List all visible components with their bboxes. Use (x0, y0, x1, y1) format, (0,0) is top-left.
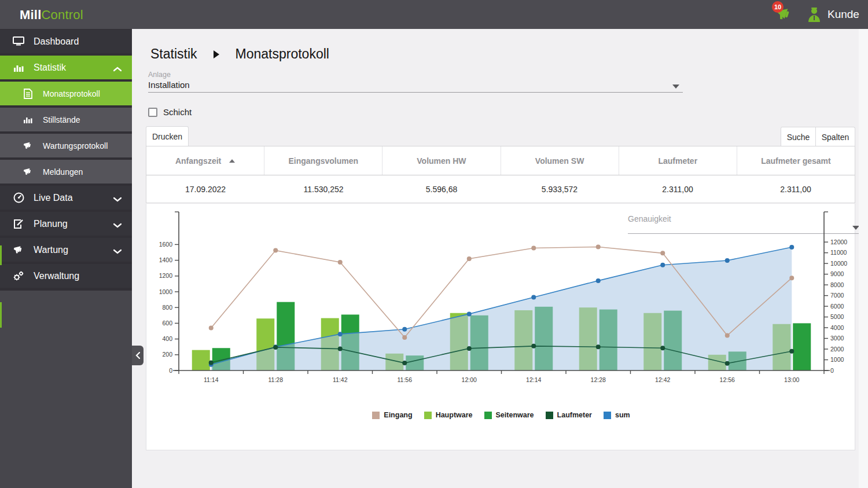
sidebar-item-label: Wartung (34, 245, 68, 255)
anlage-select[interactable]: Anlage Installation (148, 71, 683, 93)
legend-item-laufmeter[interactable]: Laufmeter (546, 411, 592, 419)
cell-laufmeter: 2.311,00 (619, 175, 737, 203)
legend-label: Hauptware (436, 411, 473, 419)
cell-laufmeter-gesamt: 2.311,00 (737, 175, 855, 203)
sidebar-item-monatsprotokoll[interactable]: Monatsprotokoll (0, 82, 132, 105)
column-label: Volumen SW (535, 156, 584, 166)
user-menu[interactable]: Kunde (807, 6, 859, 23)
svg-text:1000: 1000 (159, 288, 173, 295)
spalten-button[interactable]: Spalten (815, 127, 855, 146)
sidebar-item-wartung[interactable]: Wartung (0, 238, 132, 262)
chart-card: Genauigkeit 0200400600800100012001400160… (146, 204, 855, 450)
page-scrollbar[interactable] (859, 29, 868, 488)
main-content: Statistik Monatsprotokoll Anlage Install… (132, 29, 868, 488)
sidebar-item-statistik[interactable]: Statistik (0, 56, 132, 79)
sidebar-item-dashboard[interactable]: Dashboard (0, 30, 132, 53)
chart-legend: EingangHauptwareSeitenwareLaufmetersum (146, 411, 856, 419)
horn-icon (22, 167, 34, 176)
svg-text:600: 600 (162, 320, 172, 326)
drucken-button[interactable]: Drucken (146, 126, 189, 146)
gauge-icon (13, 192, 24, 203)
logo-light: Control (41, 8, 83, 22)
legend-item-hauptware[interactable]: Hauptware (424, 411, 473, 419)
legend-swatch (546, 412, 553, 419)
legend-label: Laufmeter (557, 411, 592, 419)
user-name: Kunde (827, 8, 859, 21)
svg-text:11000: 11000 (830, 249, 847, 256)
sidebar-item-label: Live Data (34, 193, 73, 203)
svg-text:12:14: 12:14 (526, 376, 541, 383)
spalten-label: Spalten (822, 133, 849, 142)
cell-anfangszeit: 17.09.2022 (146, 175, 264, 203)
svg-text:1000: 1000 (830, 356, 844, 363)
svg-text:8000: 8000 (830, 281, 844, 288)
chevron-down-icon (113, 194, 122, 204)
svg-text:12:56: 12:56 (720, 376, 735, 383)
legend-item-sum[interactable]: sum (604, 411, 630, 419)
table-header-row: Anfangszeit Eingangsvolumen Volumen HW V… (146, 146, 855, 175)
sidebar-item-label: Statistik (34, 63, 66, 73)
svg-text:0: 0 (830, 367, 834, 374)
legend-swatch (424, 412, 432, 419)
notifications-button[interactable]: 10 (774, 5, 797, 25)
schicht-label: Schicht (163, 107, 192, 117)
sidebar-accent-strip (0, 245, 2, 265)
chevron-down-icon (113, 220, 122, 230)
page-title: Monatsprotokoll (236, 46, 329, 62)
column-label: Anfangszeit (175, 156, 221, 166)
anlage-value: Installation (148, 80, 683, 90)
sidebar-item-label: Meldungen (43, 167, 83, 177)
sidebar-item-wartungsprotokoll[interactable]: Wartungsprotokoll (0, 134, 132, 157)
sidebar-nav: Dashboard Statistik Monatsprotokoll Stil… (0, 29, 132, 488)
schicht-checkbox-row: Schicht (148, 107, 192, 117)
legend-item-eingang[interactable]: Eingang (372, 411, 412, 419)
legend-swatch (604, 412, 611, 419)
sidebar-item-label: Stillstände (43, 115, 80, 124)
plan-icon (13, 219, 24, 229)
svg-text:2000: 2000 (830, 346, 844, 353)
sidebar-item-live-data[interactable]: Live Data (0, 186, 132, 210)
suche-button[interactable]: Suche (781, 127, 816, 146)
legend-swatch (484, 412, 492, 419)
bar-chart-icon (22, 116, 34, 124)
cell-eingangsvolumen: 11.530,252 (264, 175, 382, 203)
column-header-volumen-sw[interactable]: Volumen SW (501, 146, 619, 175)
breadcrumb-section[interactable]: Statistik (150, 46, 197, 62)
sidebar-collapse-handle[interactable] (132, 346, 144, 365)
cell-volumen-sw: 5.933,572 (501, 175, 619, 203)
document-icon (22, 89, 34, 99)
chevron-left-icon (135, 352, 140, 359)
svg-text:800: 800 (162, 304, 172, 311)
chevron-up-icon (113, 64, 122, 74)
sidebar-filler (0, 291, 132, 488)
horn-icon (13, 245, 24, 255)
drucken-label: Drucken (152, 132, 182, 141)
schicht-checkbox[interactable] (148, 108, 157, 117)
column-header-eingangsvolumen[interactable]: Eingangsvolumen (264, 146, 382, 175)
column-label: Laufmeter gesamt (761, 156, 831, 166)
sidebar-item-label: Monatsprotokoll (43, 89, 100, 98)
legend-item-seitenware[interactable]: Seitenware (484, 411, 534, 419)
svg-text:1600: 1600 (159, 241, 173, 248)
chevron-down-icon (672, 85, 679, 89)
svg-text:3000: 3000 (830, 335, 844, 342)
column-header-anfangszeit[interactable]: Anfangszeit (146, 146, 264, 175)
sidebar-item-stillstaende[interactable]: Stillstände (0, 108, 132, 131)
column-header-laufmeter[interactable]: Laufmeter (619, 146, 737, 175)
svg-text:1400: 1400 (159, 256, 173, 263)
column-header-volumen-hw[interactable]: Volumen HW (382, 146, 501, 175)
anlage-label: Anlage (148, 71, 683, 79)
legend-label: Seitenware (496, 411, 534, 419)
sidebar-item-planung[interactable]: Planung (0, 212, 132, 236)
sidebar-item-label: Dashboard (34, 36, 79, 47)
column-label: Laufmeter (658, 156, 697, 166)
sidebar-item-verwaltung[interactable]: Verwaltung (0, 264, 132, 288)
svg-text:9000: 9000 (830, 270, 844, 277)
sidebar-item-meldungen[interactable]: Meldungen (0, 160, 132, 184)
table-row[interactable]: 17.09.2022 11.530,252 5.596,68 5.933,572… (146, 175, 855, 203)
legend-swatch (372, 412, 380, 419)
svg-text:0: 0 (169, 367, 172, 374)
svg-text:11:56: 11:56 (398, 376, 413, 383)
svg-text:6000: 6000 (830, 303, 844, 310)
column-header-laufmeter-gesamt[interactable]: Laufmeter gesamt (737, 146, 855, 175)
